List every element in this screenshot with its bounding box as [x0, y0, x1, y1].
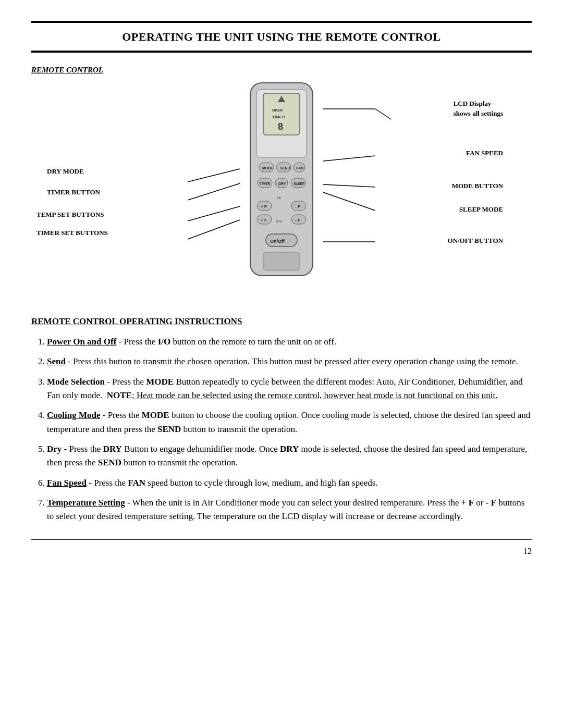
timer-button-label: TIMER BUTTON — [47, 187, 100, 198]
svg-text:8: 8 — [278, 121, 283, 132]
svg-text:- F: - F — [295, 218, 300, 223]
svg-text:TIMER: TIMER — [260, 182, 271, 186]
diagram-section: HIGH TIMER 8 MODE SEND FAN TIMER DRY SLE… — [31, 80, 532, 299]
lcd-display-label: LCD Display - shows all settings — [454, 98, 503, 119]
dry-mode-label: DRY MODE — [47, 166, 84, 177]
fan-speed-label: Fan Speed — [47, 478, 87, 488]
mode-selection-label: Mode Selection — [47, 377, 105, 387]
svg-text:Hr: Hr — [277, 196, 282, 200]
list-item: Dry - Press the DRY Button to engage deh… — [47, 442, 532, 470]
svg-text:HIGH: HIGH — [272, 108, 283, 113]
timer-set-label: TIMER SET BUTTONS — [36, 228, 108, 238]
list-item: Power On and Off - Press the I/O button … — [47, 335, 532, 349]
svg-text:SLEEP: SLEEP — [293, 182, 305, 186]
svg-line-41 — [188, 220, 240, 239]
svg-text:TIMER: TIMER — [272, 115, 285, 119]
list-item: Cooling Mode - Press the MODE button to … — [47, 409, 532, 436]
svg-rect-31 — [263, 252, 300, 270]
svg-line-34 — [323, 156, 375, 161]
svg-line-39 — [188, 183, 240, 200]
svg-line-33 — [375, 109, 391, 119]
svg-text:MODE: MODE — [262, 166, 273, 170]
remote-control-label: REMOTE CONTROL — [31, 64, 532, 76]
svg-line-35 — [323, 184, 375, 187]
temperature-setting-label: Temperature Setting — [47, 498, 125, 508]
power-on-off-label: Power On and Off — [47, 337, 116, 347]
dry-label: Dry — [47, 444, 62, 454]
svg-text:On/Off: On/Off — [270, 239, 285, 244]
page-number: 12 — [31, 545, 532, 558]
send-label: Send — [47, 356, 66, 366]
instructions-list: Power On and Off - Press the I/O button … — [47, 335, 532, 524]
svg-text:FAN: FAN — [296, 166, 303, 170]
fan-speed-label: FAN SPEED — [466, 148, 503, 158]
on-off-button-label: ON/OFF BUTTON — [447, 236, 503, 246]
svg-line-36 — [323, 192, 375, 211]
remote-control-image: HIGH TIMER 8 MODE SEND FAN TIMER DRY SLE… — [235, 80, 328, 282]
bottom-rule — [31, 539, 532, 540]
cooling-mode-label: Cooling Mode — [47, 410, 100, 420]
svg-text:- F: - F — [295, 204, 300, 209]
svg-text:+ F: + F — [261, 218, 267, 223]
mode-button-label: MODE BUTTON — [452, 181, 503, 191]
sleep-mode-label: SLEEP MODE — [459, 204, 503, 215]
list-item: Temperature Setting - When the unit is i… — [47, 496, 532, 524]
svg-text:+ F: + F — [261, 204, 267, 209]
svg-text:SEND: SEND — [280, 166, 290, 170]
svg-line-38 — [188, 169, 240, 182]
instructions-title: REMOTE CONTROL OPERATING INSTRUCTIONS — [31, 315, 532, 328]
temp-set-label: TEMP SET BUTTONS — [36, 209, 104, 220]
page-title: OPERATING THE UNIT USING THE REMOTE CONT… — [31, 21, 532, 53]
svg-text:DRY: DRY — [278, 182, 286, 186]
list-item: Send - Press this button to transmit the… — [47, 355, 532, 368]
list-item: Mode Selection - Press the MODE Button r… — [47, 375, 532, 403]
list-item: Fan Speed - Press the FAN speed button t… — [47, 476, 532, 490]
svg-line-40 — [188, 206, 240, 221]
svg-text:Min: Min — [276, 219, 282, 223]
